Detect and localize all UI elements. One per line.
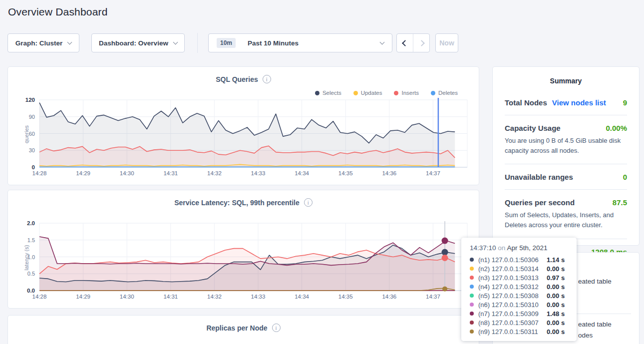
series-dot bbox=[470, 285, 474, 289]
total-nodes-value: 9 bbox=[623, 98, 627, 107]
sql-queries-card: SQL Queries i SelectsUpdatesInsertsDelet… bbox=[7, 66, 479, 185]
service-latency-chart[interactable]: 0.00.51.01.52.014:2814:2914:3014:3114:32… bbox=[8, 219, 479, 305]
summary-row-capacity: Capacity Usage 0.00% You are using 0 B o… bbox=[505, 115, 627, 164]
legend-label: Inserts bbox=[401, 90, 419, 96]
time-prev-button[interactable] bbox=[397, 34, 413, 52]
tooltip-node-row: (n7) 127.0.0.1:503091.48 s bbox=[470, 309, 577, 318]
replicas-per-node-card: Replicas per Node i bbox=[7, 315, 479, 344]
summary-row-unavailable: Unavailable ranges 0 bbox=[505, 164, 627, 190]
tooltip-timestamp: 14:37:10 on Apr 5th, 2021 bbox=[470, 244, 577, 252]
series-dot bbox=[470, 321, 474, 325]
info-icon[interactable]: i bbox=[304, 198, 313, 207]
svg-text:0.0: 0.0 bbox=[27, 288, 35, 294]
svg-text:14:37: 14:37 bbox=[426, 170, 440, 176]
tooltip-node-row: (n8) 127.0.0.1:503070.00 s bbox=[470, 318, 577, 327]
series-dot bbox=[470, 267, 474, 271]
svg-text:1.0: 1.0 bbox=[27, 254, 35, 260]
svg-text:90: 90 bbox=[29, 114, 35, 120]
service-latency-card: Service Latency: SQL, 99th percentile i … bbox=[7, 190, 479, 309]
svg-text:14:32: 14:32 bbox=[207, 170, 222, 176]
now-button[interactable]: Now bbox=[435, 33, 458, 52]
svg-text:0: 0 bbox=[32, 164, 35, 170]
view-nodes-list-link[interactable]: View nodes list bbox=[552, 98, 606, 107]
time-next-button[interactable] bbox=[413, 34, 429, 52]
tooltip-node-row: (n9) 127.0.0.1:503110.00 s bbox=[470, 327, 577, 336]
sql-queries-legend: SelectsUpdatesInsertsDeletes bbox=[315, 90, 458, 96]
capacity-subtext: You are using 0 B of 4.5 GiB usable disk… bbox=[505, 132, 627, 156]
svg-text:0.5: 0.5 bbox=[27, 271, 35, 277]
svg-text:14:28: 14:28 bbox=[32, 294, 47, 300]
svg-text:14:35: 14:35 bbox=[338, 170, 353, 176]
replicas-title: Replicas per Node bbox=[206, 324, 267, 332]
node-latency-value: 0.97 s bbox=[547, 274, 565, 282]
time-range-dropdown[interactable]: 10m Past 10 Minutes bbox=[208, 33, 392, 52]
svg-text:14:31: 14:31 bbox=[163, 294, 178, 300]
legend-label: Selects bbox=[322, 90, 341, 96]
svg-text:14:34: 14:34 bbox=[295, 170, 309, 176]
node-address: (n2) 127.0.0.1:50314 bbox=[478, 265, 544, 273]
svg-text:2.0: 2.0 bbox=[27, 220, 35, 226]
svg-text:14:37: 14:37 bbox=[426, 294, 440, 300]
tooltip-node-row: (n5) 127.0.0.1:503080.00 s bbox=[470, 291, 577, 300]
legend-item-deletes[interactable]: Deletes bbox=[431, 90, 458, 96]
summary-row-qps: Queries per second 87.5 Sum of Selects, … bbox=[505, 190, 627, 239]
page-title: Overview Dashboard bbox=[8, 6, 108, 18]
svg-text:14:36: 14:36 bbox=[382, 294, 396, 300]
capacity-value: 0.00% bbox=[606, 124, 627, 132]
node-address: (n6) 127.0.0.1:50310 bbox=[478, 301, 544, 309]
dashboard-dropdown-label: Dashboard: Overview bbox=[99, 39, 168, 47]
legend-item-selects[interactable]: Selects bbox=[315, 90, 341, 96]
svg-text:30: 30 bbox=[29, 147, 35, 153]
svg-text:14:29: 14:29 bbox=[76, 170, 90, 176]
tooltip-node-row: (n4) 127.0.0.1:503120.00 s bbox=[470, 282, 577, 291]
chevron-right-icon bbox=[418, 40, 425, 46]
graph-dropdown[interactable]: Graph: Cluster bbox=[7, 33, 79, 52]
time-range-label: Past 10 Minutes bbox=[248, 39, 299, 47]
legend-label: Updates bbox=[361, 90, 382, 96]
event-row-fragment[interactable]: eated table bbox=[578, 278, 612, 285]
event-row-fragment[interactable]: eated table bbox=[578, 321, 612, 328]
replicas-title-row: Replicas per Node i bbox=[8, 324, 479, 332]
node-address: (n8) 127.0.0.1:50307 bbox=[478, 319, 544, 327]
time-range-badge: 10m bbox=[217, 38, 236, 48]
node-latency-value: 1.48 s bbox=[547, 310, 565, 318]
series-dot bbox=[470, 312, 474, 316]
svg-text:1.5: 1.5 bbox=[27, 237, 35, 243]
legend-label: Deletes bbox=[438, 90, 458, 96]
event-row-fragment[interactable]: odes bbox=[578, 332, 593, 339]
chevron-down-icon bbox=[380, 39, 385, 44]
node-address: (n1) 127.0.0.1:50306 bbox=[478, 256, 544, 264]
sql-queries-chart[interactable]: 030609012014:2814:2914:3014:3114:3214:33… bbox=[8, 96, 479, 182]
legend-item-updates[interactable]: Updates bbox=[353, 90, 382, 96]
tooltip-node-row: (n6) 127.0.0.1:503100.00 s bbox=[470, 300, 577, 309]
overview-dashboard-page: { "page": { "title": "Overview Dashboard… bbox=[0, 0, 644, 344]
time-nav-group bbox=[396, 33, 430, 52]
node-latency-value: 0.00 s bbox=[547, 265, 565, 273]
legend-dot bbox=[431, 91, 435, 95]
svg-text:14:32: 14:32 bbox=[207, 294, 222, 300]
node-latency-value: 0.00 s bbox=[547, 328, 565, 336]
info-icon[interactable]: i bbox=[272, 324, 281, 332]
node-latency-value: 0.00 s bbox=[547, 283, 565, 291]
dashboard-dropdown[interactable]: Dashboard: Overview bbox=[91, 33, 185, 52]
sql-queries-title: SQL Queries bbox=[216, 75, 258, 83]
qps-value: 87.5 bbox=[613, 198, 627, 207]
info-icon[interactable]: i bbox=[263, 75, 271, 83]
node-address: (n9) 127.0.0.1:50311 bbox=[478, 328, 544, 336]
legend-item-inserts[interactable]: Inserts bbox=[394, 90, 419, 96]
legend-dot bbox=[353, 91, 358, 95]
series-dot bbox=[470, 330, 474, 334]
unavailable-value: 0 bbox=[623, 173, 627, 181]
svg-text:14:34: 14:34 bbox=[295, 294, 309, 300]
svg-text:14:29: 14:29 bbox=[76, 294, 90, 300]
svg-text:14:28: 14:28 bbox=[32, 170, 47, 176]
toolbar-divider bbox=[197, 33, 198, 53]
series-dot bbox=[470, 294, 474, 298]
total-nodes-label: Total Nodes bbox=[505, 98, 547, 107]
node-latency-value: 0.00 s bbox=[547, 292, 565, 300]
series-dot bbox=[470, 276, 474, 280]
svg-text:14:30: 14:30 bbox=[120, 294, 134, 300]
summary-title: Summary bbox=[505, 67, 627, 85]
svg-text:14:33: 14:33 bbox=[251, 294, 266, 300]
chevron-left-icon bbox=[402, 40, 408, 46]
